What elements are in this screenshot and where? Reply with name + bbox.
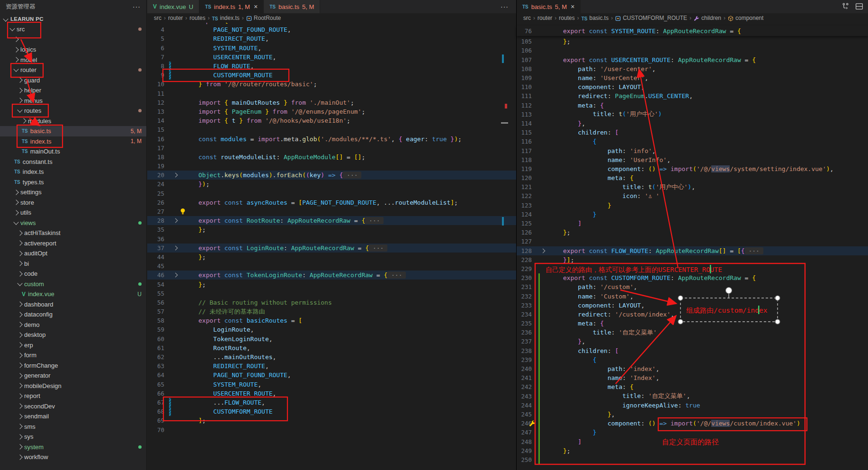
code-line-110[interactable]: 110 component: LAYOUT,	[517, 82, 868, 91]
lightbulb-wrench-icon[interactable]	[529, 420, 536, 428]
code-line-231[interactable]: 231 path: '/custom',	[517, 282, 868, 291]
lightbulb-icon[interactable]	[179, 208, 186, 216]
code-line-107[interactable]: 107export const USERCENTER_ROUTE: AppRou…	[517, 55, 868, 64]
close-icon[interactable]: ×	[254, 3, 258, 10]
tab-index.vue[interactable]: Vindex.vueU	[147, 0, 199, 13]
tree-item-form[interactable]: form	[0, 350, 146, 361]
code-line-122[interactable]: 122 icon: '♙ '	[517, 191, 868, 200]
tree-item-custom[interactable]: custom	[0, 279, 146, 289]
code-line-25[interactable]: 25	[147, 189, 516, 198]
code-line-109[interactable]: 109 name: 'UserCenter',	[517, 73, 868, 82]
tree-item-activereport[interactable]: activereport	[0, 238, 146, 249]
code-line-239[interactable]: 239 {	[517, 355, 868, 364]
code-line-113[interactable]: 113 title: t('用户中心')	[517, 110, 868, 119]
tree-item-dashboard[interactable]: dashboard	[0, 299, 146, 310]
tree-item-types.ts[interactable]: TStypes.ts	[0, 177, 146, 188]
workspace-section-header[interactable]: LEARUN PC	[0, 13, 146, 24]
tree-item-index.ts[interactable]: TSindex.ts1, M	[0, 136, 146, 147]
code-line-27[interactable]: 27	[147, 207, 516, 216]
code-line-118[interactable]: 118 name: 'UserInfo',	[517, 155, 868, 164]
left-overview-ruler[interactable]	[509, 0, 516, 470]
split-editor-icon[interactable]	[841, 2, 850, 12]
tree-item-secondDev[interactable]: secondDev	[0, 401, 146, 412]
tree-item-desktop[interactable]: desktop	[0, 330, 146, 340]
breadcrumb-item[interactable]: routes	[189, 15, 205, 21]
code-line-12[interactable]: 12import { mainOutRoutes } from './mainO…	[147, 98, 516, 107]
code-line-248[interactable]: 248 ]	[517, 437, 868, 446]
tab-index.ts[interactable]: TSindex.ts1, M×	[199, 0, 264, 13]
breadcrumb-item[interactable]: index.ts	[220, 15, 240, 21]
code-line-233[interactable]: 233 component: LAYOUT,	[517, 301, 868, 310]
tree-item-views[interactable]: views	[0, 218, 146, 228]
tree-item-mainOut.ts[interactable]: TSmainOut.ts	[0, 146, 146, 157]
code-line-229[interactable]: 229	[517, 264, 868, 273]
editor-layout-icon[interactable]	[855, 2, 863, 12]
code-line-56[interactable]: 56// Basic routing without permissions	[147, 298, 516, 307]
code-line-119[interactable]: 119 component: () => import('/@/views/sy…	[517, 164, 868, 173]
code-line-235[interactable]: 235 meta: {	[517, 319, 868, 328]
right-code-area[interactable]: }105};106107export const USERCENTER_ROUT…	[517, 28, 868, 464]
tree-item-model[interactable]: model	[0, 55, 146, 65]
code-line-116[interactable]: 116 {	[517, 137, 868, 146]
code-line-68[interactable]: 68 CUSTOMFORM_ROUTE	[147, 407, 516, 416]
code-line-9[interactable]: 9 CUSTOMFORM_ROUTE	[147, 71, 516, 80]
code-line-59[interactable]: 59 LoginRoute,	[147, 325, 516, 334]
tree-item-sms[interactable]: sms	[0, 422, 146, 432]
breadcrumb-item[interactable]: CUSTOMFORM_ROUTE	[623, 15, 687, 21]
code-line-245[interactable]: 245 },	[517, 410, 868, 419]
code-line-241[interactable]: 241 name: 'Index',	[517, 373, 868, 382]
code-line-4[interactable]: 4 PAGE_NOT_FOUND_ROUTE,	[147, 25, 516, 34]
code-line-65[interactable]: 65 SYSTEM_ROUTE,	[147, 380, 516, 389]
code-line-228[interactable]: 228}];	[517, 255, 868, 264]
code-line-246[interactable]: 246 component: () => import('/@/views/cu…	[517, 419, 868, 428]
code-line-37[interactable]: 37export const LoginRoute: AppRouteRecor…	[147, 244, 516, 253]
code-line-105[interactable]: 105};	[517, 37, 868, 46]
code-line-69[interactable]: 69];	[147, 416, 516, 425]
tree-item-constant.ts[interactable]: TSconstant.ts	[0, 157, 146, 167]
tree-item-modules[interactable]: modules	[0, 116, 146, 127]
tree-item-menus[interactable]: menus	[0, 96, 146, 106]
code-line-57[interactable]: 57// 未经许可的基本路由	[147, 307, 516, 316]
code-line-11[interactable]: 11	[147, 89, 516, 98]
code-line-26[interactable]: 26export const asyncRoutes = [PAGE_NOT_F…	[147, 198, 516, 207]
left-breadcrumb[interactable]: src›router›routes›TSindex.ts›RootRoute	[147, 13, 516, 23]
tree-item-auditOpt[interactable]: auditOpt	[0, 248, 146, 259]
code-line-120[interactable]: 120 meta: {	[517, 173, 868, 182]
tree-item-settings[interactable]: settings	[0, 187, 146, 198]
code-line-244[interactable]: 244 ignoreKeepAlive: true	[517, 401, 868, 410]
code-line-8[interactable]: 8 FLOW_ROUTE,	[147, 62, 516, 71]
code-line-232[interactable]: 232 name: 'Custom',	[517, 291, 868, 300]
left-code-area[interactable]: 3import {4 PAGE_NOT_FOUND_ROUTE,5 REDIRE…	[147, 16, 516, 434]
tab-basic.ts[interactable]: TSbasic.ts5, M	[264, 0, 320, 13]
code-line-60[interactable]: 60 TokenLoginRoute,	[147, 334, 516, 343]
tree-item-mobileDesign[interactable]: mobileDesign	[0, 381, 146, 391]
tree-item-erp[interactable]: erp	[0, 340, 146, 351]
breadcrumb-item[interactable]: routes	[559, 15, 574, 21]
code-line-117[interactable]: 117 path: 'info',	[517, 146, 868, 155]
code-line-15[interactable]: 15	[147, 125, 516, 134]
tree-item-basic.ts[interactable]: TSbasic.ts5, M	[0, 126, 146, 136]
code-line-20[interactable]: 20Object.keys(modules).forEach((key) => …	[147, 171, 516, 180]
code-line-106[interactable]: 106	[517, 46, 868, 55]
code-line-128[interactable]: 128export const FLOW_ROUTE: AppRouteReco…	[517, 246, 868, 255]
tree-item-sendmail[interactable]: sendmail	[0, 411, 146, 422]
code-line-124[interactable]: 124 }	[517, 210, 868, 219]
code-line-64[interactable]: 64 PAGE_NOT_FOUND_ROUTE,	[147, 371, 516, 380]
code-line-5[interactable]: 5 REDIRECT_ROUTE,	[147, 34, 516, 43]
code-line-230[interactable]: 230export const CUSTOMFORM_ROUTE: AppRou…	[517, 273, 868, 282]
tree-item-logics[interactable]: logics	[0, 45, 146, 55]
code-line-55[interactable]: 55	[147, 289, 516, 298]
code-line-67[interactable]: 67 ...FLOW_ROUTE,	[147, 398, 516, 407]
code-line-243[interactable]: 243 title: '自定义菜单',	[517, 392, 868, 401]
tree-item-routes[interactable]: routes	[0, 106, 146, 116]
tree-item-generator[interactable]: generator	[0, 371, 146, 381]
right-breadcrumb[interactable]: src›router›routes›TSbasic.ts›CUSTOMFORM_…	[517, 13, 868, 23]
code-line-108[interactable]: 108 path: '/user-center',	[517, 64, 868, 73]
code-line-7[interactable]: 7 USERCENTER_ROUTE,	[147, 53, 516, 62]
breadcrumb-item[interactable]: router	[168, 15, 183, 21]
breadcrumb-item[interactable]: component	[735, 15, 763, 21]
code-line-16[interactable]: 16const modules = import.meta.glob('./mo…	[147, 134, 516, 143]
tree-item-workflow[interactable]: workflow	[0, 452, 146, 462]
code-line-35[interactable]: 35};	[147, 225, 516, 234]
code-line-28[interactable]: 28export const RootRoute: AppRouteRecord…	[147, 216, 516, 225]
